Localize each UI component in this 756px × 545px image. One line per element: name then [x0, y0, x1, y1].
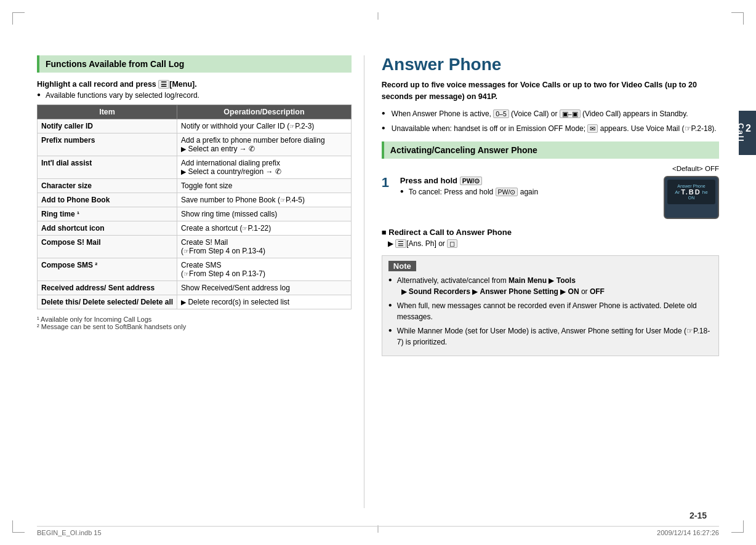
- table-cell-desc: Create SMS(☞From Step 4 on P.13-7): [177, 258, 352, 281]
- footnote-1: ¹ Available only for Incoming Call Logs: [37, 316, 352, 323]
- table-cell-item: Notify caller ID: [38, 119, 177, 133]
- table-cell-desc: Add a prefix to phone number before dial…: [177, 133, 352, 156]
- redirect-arrow: ▶ ☰[Ans. Ph] or ◻: [382, 239, 719, 248]
- table-row: Ring time ¹Show ring time (missed calls): [38, 207, 352, 221]
- corner-mark-tl: [12, 12, 25, 25]
- table-row: Int'l dial assistAdd international diali…: [38, 156, 352, 179]
- step-1-sub: To cancel: Press and hold PW/⊙ again: [400, 188, 719, 196]
- power-key: PW/⊙: [460, 177, 483, 185]
- phone-image: Answer Phone Ar T.BD he ON: [664, 176, 719, 219]
- page-container: 2 Call Functions Available from Call Log…: [0, 0, 756, 545]
- table-row: Prefix numbersAdd a prefix to phone numb…: [38, 133, 352, 156]
- mail-icon: ✉: [587, 124, 598, 133]
- table-cell-item: Compose S! Mail: [38, 236, 177, 258]
- power-key-cancel: PW/⊙: [496, 188, 518, 196]
- corner-mark-tr: [731, 12, 744, 25]
- table-cell-desc: Notify or withhold your Caller ID (☞P.2-…: [177, 119, 352, 133]
- redirect-section: Redirect a Call to Answer Phone ▶ ☰[Ans.…: [382, 228, 719, 248]
- intro-text: Highlight a call record and press ☰[Menu…: [37, 80, 352, 89]
- footnotes: ¹ Available only for Incoming Call Logs …: [37, 316, 352, 330]
- intro-bullet: Available functions vary by selected log…: [37, 91, 352, 100]
- note-box: Note Alternatively, activate/cancel from…: [382, 255, 719, 356]
- table-cell-item: Prefix numbers: [38, 133, 177, 156]
- ans-ph-key: ☰: [395, 239, 406, 248]
- footnote-2: ² Message can be sent to SoftBank handse…: [37, 323, 352, 330]
- table-cell-desc: Show ring time (missed calls): [177, 207, 352, 221]
- table-row: Compose SMS ²Create SMS(☞From Step 4 on …: [38, 258, 352, 281]
- on-text: ON: [568, 287, 579, 296]
- menu-key: ☰: [158, 80, 169, 89]
- table-row: Delete this/ Delete selected/ Delete all…: [38, 295, 352, 309]
- table-cell-item: Character size: [38, 179, 177, 193]
- table-cell-item: Delete this/ Delete selected/ Delete all: [38, 295, 177, 309]
- page-tab-label: Call: [736, 123, 746, 143]
- step-1-number: 1: [382, 176, 394, 189]
- page-tab-number: 2: [746, 123, 752, 134]
- col-item-header: Item: [38, 105, 177, 119]
- answer-phone-setting-text: Answer Phone Setting: [480, 287, 558, 296]
- table-cell-desc: ▶ Delete record(s) in selected list: [177, 295, 352, 309]
- table-cell-desc: Save number to Phone Book (☞P.4-5): [177, 193, 352, 207]
- note-item-3: While Manner Mode (set for User Mode) is…: [388, 325, 712, 348]
- off-text: OFF: [590, 287, 605, 296]
- center-mark-top: [378, 12, 379, 20]
- right-bullet-2: Unavailable when: handset is off or in E…: [382, 123, 719, 134]
- note-item-1: Alternatively, activate/cancel from Main…: [388, 275, 712, 297]
- main-menu-text: Main Menu: [509, 276, 547, 285]
- left-section-header: Functions Available from Call Log: [37, 55, 352, 73]
- sound-recorders-text: Sound Recorders: [409, 287, 470, 296]
- alt-key: ◻: [447, 239, 457, 248]
- table-row: Compose S! MailCreate S! Mail(☞From Step…: [38, 236, 352, 258]
- bottom-bar: BEGIN_E_OI.indb 15 2009/12/14 16:27:26: [37, 526, 719, 536]
- step-1-row: 1 Answer Phone Ar T.BD he ON: [382, 176, 719, 219]
- table-cell-desc: Toggle font size: [177, 179, 352, 193]
- footer-left: BEGIN_E_OI.indb 15: [37, 529, 102, 536]
- video-icon: ▣–▣: [560, 109, 581, 118]
- table-cell-item: Received address/ Sent address: [38, 281, 177, 295]
- functions-table: Item Operation/Description Notify caller…: [37, 105, 352, 309]
- col-operation-header: Operation/Description: [177, 105, 352, 119]
- table-row: Character sizeToggle font size: [38, 179, 352, 193]
- table-row: Received address/ Sent addressShow Recei…: [38, 281, 352, 295]
- table-cell-desc: Add international dialing prefix▶ Select…: [177, 156, 352, 179]
- phone-screen-on: ON: [688, 196, 695, 200]
- note-item-2: When full, new messages cannot be record…: [388, 300, 712, 322]
- page-tab: 2 Call: [739, 111, 756, 155]
- table-cell-item: Compose SMS ²: [38, 258, 177, 281]
- table-cell-item: Add shortcut icon: [38, 221, 177, 236]
- answer-phone-title: Answer Phone: [382, 55, 719, 74]
- footer-right: 2009/12/14 16:27:26: [657, 529, 719, 536]
- voice-icon: 0–5: [493, 109, 509, 118]
- table-row: Add to Phone BookSave number to Phone Bo…: [38, 193, 352, 207]
- table-cell-desc: Create S! Mail(☞From Step 4 on P.13-4): [177, 236, 352, 258]
- corner-mark-bl: [12, 520, 25, 533]
- table-row: Add shortcut iconCreate a shortcut (☞P.1…: [38, 221, 352, 236]
- note-label: Note: [388, 261, 416, 271]
- right-column: Answer Phone Record up to five voice mes…: [364, 55, 719, 508]
- default-off-label: <Default> OFF: [382, 165, 719, 172]
- step-1-content: Answer Phone Ar T.BD he ON Press and hol…: [400, 176, 719, 219]
- table-cell-item: Ring time ¹: [38, 207, 177, 221]
- table-row: Notify caller IDNotify or withhold your …: [38, 119, 352, 133]
- table-cell-desc: Create a shortcut (☞P.1-22): [177, 221, 352, 236]
- table-cell-item: Add to Phone Book: [38, 193, 177, 207]
- tools-text: Tools: [557, 276, 576, 285]
- answer-phone-description: Record up to five voice messages for Voi…: [382, 79, 719, 103]
- table-cell-item: Int'l dial assist: [38, 156, 177, 179]
- left-column: Functions Available from Call Log Highli…: [37, 55, 364, 508]
- activating-header: Activating/Canceling Answer Phone: [382, 141, 719, 159]
- table-cell-desc: Show Received/Sent address log: [177, 281, 352, 295]
- main-columns: Functions Available from Call Log Highli…: [37, 55, 719, 508]
- right-bullet-1: When Answer Phone is active, 0–5 (Voice …: [382, 108, 719, 119]
- corner-mark-br: [731, 520, 744, 533]
- redirect-title: Redirect a Call to Answer Phone: [382, 228, 719, 237]
- page-number-bottom: 2-15: [690, 511, 707, 520]
